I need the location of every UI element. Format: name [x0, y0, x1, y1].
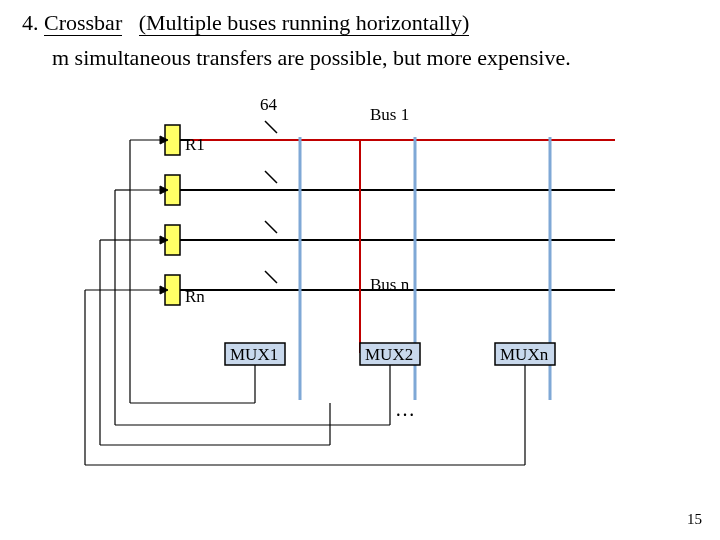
mux2-label: MUX2 [365, 345, 413, 365]
bus-width-label: 64 [260, 95, 277, 115]
slide: 4. Crossbar (Multiple buses running hori… [0, 0, 720, 540]
heading-number: 4. [22, 10, 39, 35]
section-heading: 4. Crossbar (Multiple buses running hori… [22, 10, 469, 36]
heading-parenthetical: (Multiple buses running horizontally) [139, 10, 470, 36]
svg-line-1 [265, 171, 277, 183]
svg-line-3 [265, 271, 277, 283]
svg-line-0 [265, 121, 277, 133]
svg-line-2 [265, 221, 277, 233]
rn-label: Rn [185, 287, 205, 307]
muxn-label: MUXn [500, 345, 548, 365]
bus1-label: Bus 1 [370, 105, 409, 125]
ellipsis-label: … [395, 398, 415, 421]
crossbar-diagram: 64 Bus 1 Bus n R1 Rn MUX1 MUX2 MUXn … [60, 95, 680, 529]
mux1-label: MUX1 [230, 345, 278, 365]
r1-label: R1 [185, 135, 205, 155]
heading-term: Crossbar [44, 10, 122, 36]
sub-heading: m simultaneous transfers are possible, b… [52, 45, 571, 71]
page-number: 15 [687, 511, 702, 528]
busn-label: Bus n [370, 275, 409, 295]
